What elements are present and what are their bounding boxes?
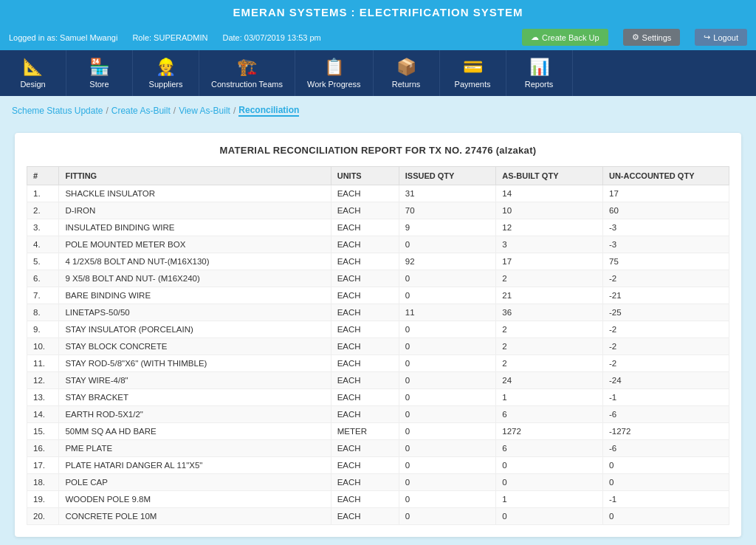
cell-issued: 0 <box>399 406 496 423</box>
cell-unaccounted: 0 <box>602 508 729 525</box>
construction-icon: 🏗️ <box>237 58 257 77</box>
cell-unaccounted: -25 <box>602 304 729 321</box>
cell-num: 19. <box>27 491 59 508</box>
cell-unaccounted: -2 <box>602 355 729 372</box>
logout-button[interactable]: ↪ Logout <box>695 29 747 46</box>
table-row: 18. POLE CAP EACH 0 0 0 <box>27 474 729 491</box>
cell-num: 16. <box>27 440 59 457</box>
cell-num: 12. <box>27 372 59 389</box>
cell-issued: 70 <box>399 202 496 219</box>
nav-reports[interactable]: 📊 Reports <box>506 50 573 96</box>
nav-returns[interactable]: 📦 Returns <box>374 50 440 96</box>
logged-in-label: Logged in as: Samuel Mwangi <box>9 33 117 42</box>
cell-unaccounted: -6 <box>602 406 729 423</box>
cell-unaccounted: 0 <box>602 457 729 474</box>
cell-fitting: SHACKLE INSULATOR <box>59 185 331 202</box>
col-header-issued: ISSUED QTY <box>399 167 496 185</box>
table-row: 2. D-IRON EACH 70 10 60 <box>27 202 729 219</box>
cell-asbuilt: 1 <box>496 491 603 508</box>
cell-fitting: CONCRETE POLE 10M <box>59 508 331 525</box>
page-header: EMERAN SYSTEMS : ELECTRIFICATION SYSTEM <box>0 0 756 24</box>
table-row: 11. STAY ROD-5/8"X6" (WITH THIMBLE) EACH… <box>27 355 729 372</box>
returns-icon: 📦 <box>396 58 416 77</box>
date-label: Date: 03/07/2019 13:53 pm <box>222 33 320 42</box>
cell-fitting: 4 1/2X5/8 BOLT AND NUT-(M16X130) <box>59 253 331 270</box>
table-row: 10. STAY BLOCK CONCRETE EACH 0 2 -2 <box>27 338 729 355</box>
nav-store[interactable]: 🏪 Store <box>66 50 133 96</box>
payments-icon: 💳 <box>463 58 483 77</box>
cell-num: 10. <box>27 338 59 355</box>
table-row: 16. PME PLATE EACH 0 6 -6 <box>27 440 729 457</box>
cell-num: 13. <box>27 389 59 406</box>
logout-icon: ↪ <box>704 32 710 42</box>
cell-unaccounted: 0 <box>602 474 729 491</box>
nav-work-progress[interactable]: 📋 Work Progress <box>295 50 374 96</box>
cell-fitting: LINETAPS-50/50 <box>59 304 331 321</box>
info-bar: Logged in as: Samuel Mwangi Role: SUPERA… <box>0 24 756 50</box>
cell-unaccounted: -24 <box>602 372 729 389</box>
cell-num: 18. <box>27 474 59 491</box>
cell-asbuilt: 2 <box>496 270 603 287</box>
col-header-unaccounted: UN-ACCOUNTED QTY <box>602 167 729 185</box>
table-row: 6. 9 X5/8 BOLT AND NUT- (M16X240) EACH 0… <box>27 270 729 287</box>
progress-icon: 📋 <box>324 58 344 77</box>
cell-issued: 11 <box>399 304 496 321</box>
cell-fitting: BARE BINDING WIRE <box>59 287 331 304</box>
cell-fitting: STAY ROD-5/8"X6" (WITH THIMBLE) <box>59 355 331 372</box>
breadcrumb-create-asbuilt[interactable]: Create As-Built <box>111 106 171 116</box>
cell-asbuilt: 1272 <box>496 423 603 440</box>
nav-construction-teams[interactable]: 🏗️ Construction Teams <box>199 50 295 96</box>
cell-unaccounted: -1 <box>602 389 729 406</box>
table-row: 19. WOODEN POLE 9.8M EACH 0 1 -1 <box>27 491 729 508</box>
cell-units: EACH <box>331 508 399 525</box>
cell-fitting: PLATE HATARI DANGER AL 11"X5" <box>59 457 331 474</box>
cell-issued: 0 <box>399 491 496 508</box>
table-row: 13. STAY BRACKET EACH 0 1 -1 <box>27 389 729 406</box>
nav-payments[interactable]: 💳 Payments <box>440 50 506 96</box>
nav-suppliers[interactable]: 👷 Suppliers <box>133 50 199 96</box>
cell-num: 3. <box>27 219 59 236</box>
cell-unaccounted: -3 <box>602 236 729 253</box>
cell-num: 14. <box>27 406 59 423</box>
cloud-icon: ☁ <box>531 32 539 42</box>
table-row: 9. STAY INSULATOR (PORCELAIN) EACH 0 2 -… <box>27 321 729 338</box>
cell-units: EACH <box>331 338 399 355</box>
table-row: 3. INSULATED BINDING WIRE EACH 9 12 -3 <box>27 219 729 236</box>
table-row: 1. SHACKLE INSULATOR EACH 31 14 17 <box>27 185 729 202</box>
cell-asbuilt: 6 <box>496 440 603 457</box>
cell-issued: 0 <box>399 440 496 457</box>
cell-asbuilt: 2 <box>496 321 603 338</box>
nav-design[interactable]: 📐 Design <box>0 50 66 96</box>
col-header-fitting: FITTING <box>59 167 331 185</box>
table-row: 20. CONCRETE POLE 10M EACH 0 0 0 <box>27 508 729 525</box>
table-row: 15. 50MM SQ AA HD BARE METER 0 1272 -127… <box>27 423 729 440</box>
cell-num: 17. <box>27 457 59 474</box>
breadcrumb: Scheme Status Update / Create As-Built /… <box>0 96 756 126</box>
table-row: 12. STAY WIRE-4/8" EACH 0 24 -24 <box>27 372 729 389</box>
cell-num: 4. <box>27 236 59 253</box>
cell-units: EACH <box>331 321 399 338</box>
cell-issued: 92 <box>399 253 496 270</box>
breadcrumb-scheme-status[interactable]: Scheme Status Update <box>12 106 103 116</box>
cell-unaccounted: -3 <box>602 219 729 236</box>
cell-units: EACH <box>331 474 399 491</box>
cell-fitting: STAY WIRE-4/8" <box>59 372 331 389</box>
breadcrumb-view-asbuilt[interactable]: View As-Built <box>179 106 230 116</box>
settings-button[interactable]: ⚙ Settings <box>623 29 681 46</box>
cell-asbuilt: 0 <box>496 474 603 491</box>
create-backup-button[interactable]: ☁ Create Back Up <box>522 29 608 46</box>
cell-units: EACH <box>331 287 399 304</box>
cell-num: 2. <box>27 202 59 219</box>
report-table: # FITTING UNITS ISSUED QTY AS-BUILT QTY … <box>27 166 729 525</box>
cell-fitting: STAY INSULATOR (PORCELAIN) <box>59 321 331 338</box>
cell-asbuilt: 1 <box>496 389 603 406</box>
cell-issued: 0 <box>399 389 496 406</box>
gear-icon: ⚙ <box>632 32 639 42</box>
cell-unaccounted: -21 <box>602 287 729 304</box>
role-label: Role: SUPERADMIN <box>132 33 207 42</box>
cell-num: 11. <box>27 355 59 372</box>
cell-num: 1. <box>27 185 59 202</box>
cell-num: 6. <box>27 270 59 287</box>
cell-fitting: WOODEN POLE 9.8M <box>59 491 331 508</box>
col-header-asbuilt: AS-BUILT QTY <box>496 167 603 185</box>
